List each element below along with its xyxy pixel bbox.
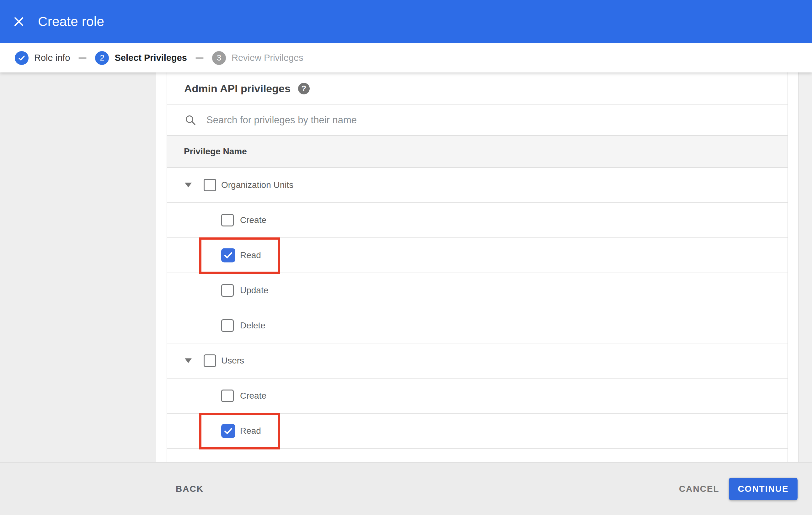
red-annotation-box	[199, 237, 280, 274]
panel-heading: Admin API privileges	[184, 83, 291, 95]
privilege-row-update: Update	[167, 273, 787, 308]
privilege-row-delete: Delete	[167, 308, 787, 343]
stepper: Role info 2 Select Privileges 3 Review P…	[0, 43, 812, 72]
privilege-row-organization-units: Organization Units	[167, 168, 787, 203]
privilege-label-delete: Delete	[240, 321, 265, 331]
red-annotation-box	[199, 413, 280, 450]
back-button[interactable]: BACK	[176, 484, 204, 494]
checkbox-organization-units[interactable]	[204, 179, 216, 191]
privilege-label-organization-units: Organization Units	[221, 180, 293, 190]
checkbox-read-checked[interactable]	[221, 248, 235, 263]
step-label: Select Privileges	[115, 53, 187, 63]
search-icon	[184, 114, 196, 126]
privilege-label-create: Create	[240, 215, 266, 225]
privilege-row-users: Users	[167, 343, 787, 378]
checkbox-update[interactable]	[221, 284, 234, 297]
privilege-label-create: Create	[240, 391, 266, 401]
privilege-label-users: Users	[221, 356, 244, 366]
continue-button[interactable]: CONTINUE	[729, 478, 798, 500]
checkbox-delete[interactable]	[221, 319, 234, 332]
step-role-info[interactable]: Role info	[15, 51, 70, 65]
step-label: Role info	[34, 53, 70, 63]
privilege-label-update: Update	[240, 285, 268, 296]
privilege-row-create: Create	[167, 203, 787, 238]
expand-caret-icon[interactable]	[185, 359, 192, 363]
table-header-label: Privilege Name	[184, 147, 247, 156]
expand-caret-icon[interactable]	[185, 183, 192, 187]
privilege-label-read: Read	[240, 426, 261, 436]
help-icon[interactable]: ?	[298, 83, 310, 94]
privilege-row-create: Create	[167, 378, 787, 414]
checkbox-read-checked[interactable]	[221, 424, 235, 438]
privilege-label-read: Read	[240, 250, 261, 260]
privilege-row-read: Read	[167, 414, 787, 449]
page-title: Create role	[38, 14, 104, 29]
checkbox-users[interactable]	[204, 355, 216, 367]
cancel-button[interactable]: CANCEL	[679, 484, 720, 494]
step-label: Review Privileges	[232, 53, 303, 63]
step-select-privileges[interactable]: 2 Select Privileges	[95, 51, 187, 65]
left-empty-pane	[0, 72, 156, 462]
checkbox-create[interactable]	[221, 214, 234, 226]
privileges-panel: Admin API privileges ? Privilege Name Or…	[167, 72, 788, 462]
privilege-rows: Organization UnitsCreateReadUpdateDelete…	[167, 168, 787, 449]
step-connector	[196, 57, 204, 59]
footer-bar: BACK CANCEL CONTINUE	[0, 462, 812, 515]
privilege-row-read: Read	[167, 238, 787, 273]
step-number-badge: 3	[212, 51, 226, 65]
step-connector	[79, 57, 87, 59]
search-input[interactable]	[206, 114, 708, 126]
scrollbar-gutter	[798, 72, 812, 462]
search-row	[167, 104, 787, 135]
step-review-privileges[interactable]: 3 Review Privileges	[212, 51, 303, 65]
close-icon[interactable]	[11, 14, 26, 29]
step-number-badge: 2	[95, 51, 109, 65]
panel-heading-row: Admin API privileges ?	[167, 72, 787, 104]
table-header: Privilege Name	[167, 135, 787, 168]
checkbox-create[interactable]	[221, 390, 234, 402]
step-complete-check-icon	[15, 51, 29, 65]
app-bar: Create role	[0, 0, 812, 43]
